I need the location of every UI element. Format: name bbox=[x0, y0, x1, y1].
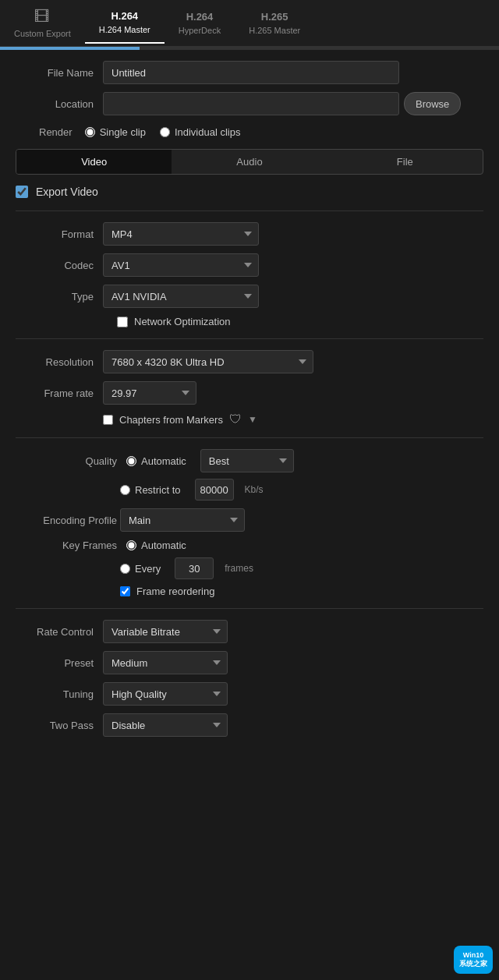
restrict-value-input[interactable] bbox=[195, 479, 234, 501]
render-individual-label: Individual clips bbox=[175, 126, 241, 138]
rate-control-select[interactable]: Variable Bitrate Constant Bitrate Consta… bbox=[103, 620, 228, 643]
type-label: Type bbox=[16, 291, 94, 302]
frame-rate-row: Frame rate 29.97 23.976 24 25 30 60 bbox=[16, 381, 483, 405]
main-content: File Name Location Browse Render Single … bbox=[0, 50, 499, 755]
render-radio-group: Single clip Individual clips bbox=[85, 126, 241, 138]
network-optimization-checkbox[interactable] bbox=[117, 317, 128, 327]
quality-automatic-label: Automatic bbox=[141, 455, 186, 467]
chapters-markers-checkbox[interactable] bbox=[103, 415, 113, 425]
export-video-row: Export Video bbox=[16, 186, 483, 198]
location-input[interactable] bbox=[103, 92, 399, 115]
chapters-markers-label[interactable]: Chapters from Markers bbox=[119, 414, 223, 426]
watermark: Win10系统之家 bbox=[454, 946, 493, 974]
keyframes-frames-unit: frames bbox=[225, 563, 253, 574]
quality-restrict-row: Restrict to Kb/s bbox=[16, 479, 483, 501]
network-optimization-label[interactable]: Network Optimization bbox=[134, 316, 231, 327]
divider-1 bbox=[16, 211, 483, 211]
keyframes-every-option[interactable]: Every bbox=[120, 563, 161, 575]
frame-reordering-checkbox[interactable] bbox=[120, 586, 130, 596]
location-row: Location Browse bbox=[16, 92, 483, 115]
divider-3 bbox=[16, 437, 483, 438]
rate-control-label: Rate Control bbox=[16, 626, 94, 638]
encoding-profile-label: Encoding Profile bbox=[16, 515, 117, 526]
tab-h264-master[interactable]: H.264 H.264 Master bbox=[85, 2, 165, 44]
export-video-label[interactable]: Export Video bbox=[36, 186, 98, 198]
tuning-select[interactable]: High Quality Fast Decode Zero Latency bbox=[103, 682, 228, 706]
quality-automatic-option[interactable]: Automatic bbox=[126, 455, 186, 467]
quality-restrict-radio[interactable] bbox=[120, 485, 130, 495]
file-name-row: File Name bbox=[16, 61, 483, 84]
divider-4 bbox=[16, 608, 483, 609]
quality-automatic-radio[interactable] bbox=[126, 456, 136, 466]
frame-reordering-label[interactable]: Frame reordering bbox=[136, 586, 214, 597]
preset-label: Preset bbox=[16, 657, 94, 669]
quality-restrict-label: Restrict to bbox=[135, 484, 181, 496]
encoding-profile-select[interactable]: Main High Baseline bbox=[120, 508, 245, 532]
resolution-select[interactable]: 7680 x 4320 8K Ultra HD 3840 x 2160 4K U… bbox=[103, 350, 313, 373]
two-pass-row: Two Pass Disable Enable bbox=[16, 713, 483, 737]
frame-rate-select[interactable]: 29.97 23.976 24 25 30 60 bbox=[103, 381, 196, 405]
encoding-profile-row: Encoding Profile Main High Baseline bbox=[16, 508, 483, 532]
tab-video[interactable]: Video bbox=[16, 150, 172, 174]
keyframes-automatic-label: Automatic bbox=[141, 540, 186, 551]
render-single-label: Single clip bbox=[100, 126, 146, 138]
h264-icon: H.264 bbox=[111, 10, 138, 22]
file-name-input[interactable] bbox=[103, 61, 399, 84]
keyframes-every-label: Every bbox=[135, 563, 161, 575]
render-single-clip[interactable]: Single clip bbox=[85, 126, 146, 138]
file-name-label: File Name bbox=[16, 67, 94, 79]
type-select[interactable]: AV1 NVIDIA AV1 Software bbox=[103, 285, 259, 308]
quality-restrict-option[interactable]: Restrict to bbox=[120, 484, 181, 496]
keyframes-label: Key Frames bbox=[16, 540, 117, 551]
keyframes-section: Key Frames Automatic Every frames Frame … bbox=[16, 540, 483, 597]
shield-button[interactable]: 🛡 bbox=[229, 412, 242, 426]
tuning-label: Tuning bbox=[16, 688, 94, 700]
two-pass-label: Two Pass bbox=[16, 720, 94, 731]
tab-audio[interactable]: Audio bbox=[172, 150, 327, 174]
format-label: Format bbox=[16, 228, 94, 240]
hyperdeck-icon: H.264 bbox=[186, 11, 214, 23]
frame-reordering-row: Frame reordering bbox=[16, 586, 483, 597]
type-row: Type AV1 NVIDIA AV1 Software bbox=[16, 285, 483, 308]
divider-2 bbox=[16, 338, 483, 339]
preset-row: Preset Fast Medium Slow Best bbox=[16, 651, 483, 674]
codec-select[interactable]: AV1 H.264 H.265 ProRes bbox=[103, 253, 259, 277]
keyframes-automatic-option[interactable]: Automatic bbox=[126, 540, 186, 551]
keyframes-every-row: Every frames bbox=[16, 557, 483, 579]
keyframes-every-radio[interactable] bbox=[120, 564, 130, 574]
render-individual-radio[interactable] bbox=[160, 127, 170, 137]
render-single-radio[interactable] bbox=[85, 127, 95, 137]
sub-tabs-bar: Video Audio File bbox=[16, 149, 483, 175]
keyframes-automatic-radio[interactable] bbox=[126, 540, 136, 550]
network-optimization-row: Network Optimization bbox=[16, 316, 483, 327]
render-row: Render Single clip Individual clips bbox=[16, 126, 483, 138]
render-individual-clips[interactable]: Individual clips bbox=[160, 126, 241, 138]
codec-label: Codec bbox=[16, 260, 94, 271]
export-video-checkbox[interactable] bbox=[16, 186, 28, 198]
tabs-bar: 🎞 Custom Export H.264 H.264 Master H.264… bbox=[0, 0, 499, 47]
chevron-down-icon: ▼ bbox=[248, 414, 257, 425]
browse-button[interactable]: Browse bbox=[404, 92, 461, 115]
restrict-unit: Kb/s bbox=[245, 484, 264, 495]
tuning-row: Tuning High Quality Fast Decode Zero Lat… bbox=[16, 682, 483, 706]
tab-custom-export[interactable]: 🎞 Custom Export bbox=[0, 0, 85, 46]
quality-section: Quality Automatic Best High Medium Low R… bbox=[16, 449, 483, 501]
resolution-label: Resolution bbox=[16, 356, 94, 368]
location-label: Location bbox=[16, 98, 94, 110]
chapters-markers-row: Chapters from Markers 🛡 ▼ bbox=[16, 412, 483, 426]
watermark-text: Win10系统之家 bbox=[459, 951, 487, 968]
keyframes-every-input[interactable] bbox=[175, 557, 214, 579]
quality-best-select[interactable]: Best High Medium Low bbox=[200, 449, 294, 472]
resolution-row: Resolution 7680 x 4320 8K Ultra HD 3840 … bbox=[16, 350, 483, 373]
two-pass-select[interactable]: Disable Enable bbox=[103, 713, 228, 737]
h265-icon: H.265 bbox=[261, 11, 288, 23]
preset-select[interactable]: Fast Medium Slow Best bbox=[103, 651, 228, 674]
format-row: Format MP4 MOV MXF AVI bbox=[16, 222, 483, 246]
tab-h265-master[interactable]: H.265 H.265 Master bbox=[235, 3, 314, 43]
tab-file[interactable]: File bbox=[327, 150, 483, 174]
format-select[interactable]: MP4 MOV MXF AVI bbox=[103, 222, 259, 246]
codec-row: Codec AV1 H.264 H.265 ProRes bbox=[16, 253, 483, 277]
quality-label: Quality bbox=[16, 455, 117, 467]
render-label: Render bbox=[39, 126, 73, 138]
tab-hyperdeck[interactable]: H.264 HyperDeck bbox=[165, 3, 235, 43]
